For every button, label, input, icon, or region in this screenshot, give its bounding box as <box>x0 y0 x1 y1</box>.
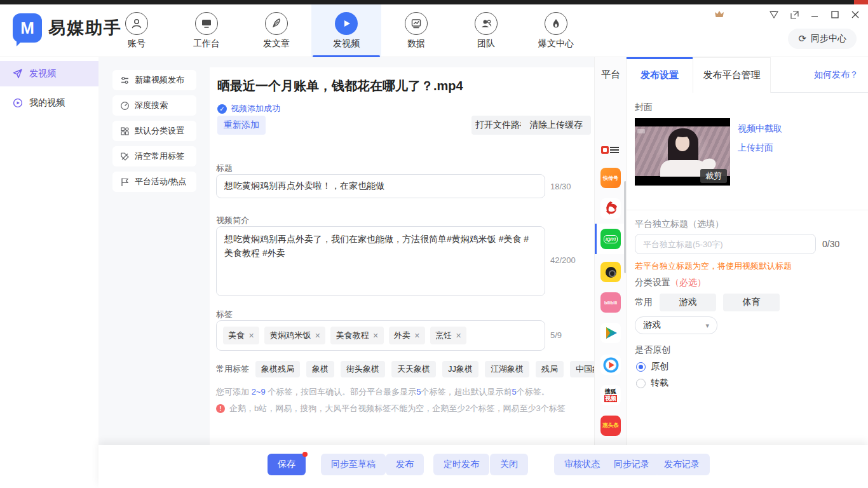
platform-kuaichuanhao[interactable]: 快传号 <box>595 163 627 193</box>
popout-icon[interactable] <box>788 8 801 21</box>
huitoutiao-icon: 惠头条 <box>600 416 621 436</box>
category-sport-button[interactable]: 体育 <box>723 294 780 311</box>
description-field-label: 视频简介 <box>216 215 249 226</box>
platform-column-label: 平台 <box>595 69 627 81</box>
platform-activity-button[interactable]: 平台活动/热点 <box>112 172 196 192</box>
publish-log-button[interactable]: 发布记录 <box>654 454 710 475</box>
platform-bilibili[interactable]: bilibili <box>595 287 627 318</box>
tab-publish-settings[interactable]: 发布设置 <box>627 57 693 93</box>
radio-original[interactable]: 原创 <box>636 361 668 372</box>
default-category-button[interactable]: 默认分类设置 <box>112 121 196 141</box>
re-add-button[interactable]: 重新添加 <box>217 116 266 135</box>
category-select-value: 游戏 <box>643 320 661 331</box>
nav-publish-video[interactable]: 发视频 <box>311 4 381 57</box>
capture-from-video-link[interactable]: 视频中截取 <box>738 123 782 135</box>
common-tag[interactable]: 街头象棋 <box>341 361 385 377</box>
remove-tag-icon: ✕ <box>315 332 320 340</box>
nav-data[interactable]: 数据 <box>381 4 451 57</box>
common-tag[interactable]: 象棋残局 <box>255 361 300 377</box>
radio-selected-icon <box>636 362 646 372</box>
tags-counter: 5/9 <box>550 330 562 340</box>
independent-title-input[interactable] <box>635 234 816 254</box>
platform-huitoutiao[interactable]: 惠头条 <box>595 410 627 441</box>
crop-button[interactable]: 裁剪 <box>700 169 727 183</box>
camera-lens-icon <box>600 262 621 282</box>
radio-repost[interactable]: 转载 <box>636 377 668 389</box>
required-badge: （必选） <box>670 277 706 287</box>
independent-title-warning: 若平台独立标题为空，将使用视频默认标题 <box>635 261 792 272</box>
common-tag[interactable]: JJ象棋 <box>442 361 478 377</box>
minimize-button[interactable] <box>808 8 821 21</box>
tag-chip[interactable]: 烹饪✕ <box>430 327 466 344</box>
filter-icon[interactable] <box>768 8 780 21</box>
sync-center-button[interactable]: ⟳ 同步中心 <box>788 29 857 49</box>
flag-icon <box>120 177 130 187</box>
my-videos-icon <box>13 98 23 108</box>
tag-chip[interactable]: 黄焖鸡米饭✕ <box>264 327 325 344</box>
tab-platform-manage[interactable]: 发布平台管理 <box>693 57 771 93</box>
upload-cover-link[interactable]: 上传封面 <box>738 142 773 154</box>
cover-thumbnail[interactable]: 裁剪 <box>635 118 730 186</box>
compass-icon <box>120 101 130 111</box>
nav-account[interactable]: 账号 <box>102 4 172 57</box>
new-video-publish-button[interactable]: 新建视频发布 <box>112 70 196 90</box>
mini-red-logo-icon <box>601 146 620 154</box>
tags-hint: 您可添加 2~9 个标签，按回车确认。部分平台最多显示5个标签，超出默认显示前5… <box>216 386 550 398</box>
clear-upload-cache-button[interactable]: 清除上传缓存 <box>521 116 591 135</box>
unsaved-indicator <box>302 452 308 457</box>
bilibili-icon: bilibili <box>600 292 621 313</box>
tags-field-label: 标签 <box>216 309 233 320</box>
nav-hot-center[interactable]: 爆文中心 <box>521 4 591 57</box>
main-content: 晒最近一个月账单，钱都花在哪儿了？.mp4 ✓ 视频添加成功 重新添加 打开文件… <box>210 57 594 445</box>
haokan-video-icon <box>600 355 621 375</box>
upload-status-text: 视频添加成功 <box>231 103 280 114</box>
publish-button[interactable]: 发布 <box>386 454 424 475</box>
category-select[interactable]: 游戏 ▾ <box>635 316 717 334</box>
radio-unselected-icon <box>636 379 646 388</box>
clear-common-tags-button[interactable]: 清空常用标签 <box>112 146 196 166</box>
os-close-strip <box>854 0 868 4</box>
platform-dafenghao[interactable] <box>595 193 627 224</box>
platform-mini-logo[interactable] <box>595 135 627 165</box>
platform-tencent-video[interactable] <box>595 318 627 348</box>
article-pen-icon <box>265 12 288 35</box>
sidebar-item-my-videos[interactable]: 我的视频 <box>0 90 98 116</box>
sync-to-draft-button[interactable]: 同步至草稿 <box>321 454 386 475</box>
sync-center-label: 同步中心 <box>811 33 846 44</box>
platform-haokan-video[interactable] <box>595 349 627 380</box>
close-button[interactable] <box>849 8 862 21</box>
sidebar-item-publish-video[interactable]: 发视频 <box>0 61 98 86</box>
save-button[interactable]: 保存 <box>268 454 306 475</box>
audit-status-button[interactable]: 审核状态 <box>554 454 610 475</box>
common-tag[interactable]: 天天象棋 <box>391 361 436 377</box>
platform-yellow-camera[interactable] <box>595 257 627 287</box>
schedule-publish-button[interactable]: 定时发布 <box>433 454 489 475</box>
platform-sohu-video[interactable]: 搜狐视频 <box>595 380 627 410</box>
cover-label: 封面 <box>635 102 653 113</box>
how-to-publish-link[interactable]: 如何发布？ <box>814 57 858 93</box>
maximize-button[interactable] <box>829 8 841 21</box>
common-tag[interactable]: 象棋 <box>306 361 334 377</box>
title-counter: 18/30 <box>550 182 571 191</box>
description-counter: 42/200 <box>550 255 576 265</box>
nav-workbench[interactable]: 工作台 <box>172 4 241 57</box>
panel-divider <box>627 210 868 210</box>
description-textarea[interactable]: 想吃黄焖鸡别再点外卖了，我们在家也能做，方法很简单#黄焖鸡米饭 #美食 #美食教… <box>216 226 545 296</box>
sync-log-button[interactable]: 同步记录 <box>604 454 660 475</box>
tag-slash-icon <box>120 152 130 161</box>
common-category-row: 常用 游戏 体育 <box>635 294 780 311</box>
nav-team[interactable]: 团队 <box>451 4 521 57</box>
nav-publish-article[interactable]: 发文章 <box>241 4 311 57</box>
tag-chip[interactable]: 美食教程✕ <box>330 327 383 344</box>
tag-chip[interactable]: 外卖✕ <box>389 327 425 344</box>
category-game-button[interactable]: 游戏 <box>660 294 716 311</box>
tags-input-box[interactable]: 美食✕ 黄焖鸡米饭✕ 美食教程✕ 外卖✕ 烹饪✕ <box>216 320 545 351</box>
close-form-button[interactable]: 关闭 <box>490 454 528 475</box>
grid-icon <box>120 126 130 136</box>
platform-iqiyi-selected[interactable]: iQIYI <box>595 224 627 254</box>
title-input[interactable] <box>216 174 545 198</box>
tag-chip[interactable]: 美食✕ <box>223 327 259 344</box>
deep-search-button[interactable]: 深度搜索 <box>112 95 196 116</box>
common-tag[interactable]: 残局 <box>536 361 564 377</box>
common-tag[interactable]: 江湖象棋 <box>485 361 529 377</box>
